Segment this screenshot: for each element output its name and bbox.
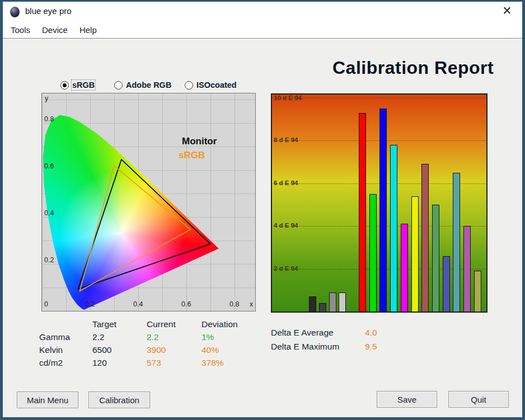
delta-e-bars bbox=[272, 95, 486, 312]
menu-item-device[interactable]: Device bbox=[42, 25, 68, 35]
de-tick-2: 2 d E 94 bbox=[274, 265, 298, 272]
y-tick-0.6: 0.6 bbox=[44, 162, 54, 170]
de-tick-8: 8 d E 94 bbox=[274, 136, 298, 143]
delta-e-bar bbox=[463, 226, 471, 312]
delta-e-bar bbox=[411, 196, 419, 312]
radio-adobe-rgb[interactable]: Adobe RGB bbox=[114, 80, 171, 90]
delta-e-bar bbox=[443, 256, 450, 312]
close-icon[interactable]: × bbox=[500, 3, 514, 18]
col-header-deviation: Deviation bbox=[201, 319, 238, 329]
legend-srgb: sRGB bbox=[179, 150, 205, 161]
row-label-kelvin: Kelvin bbox=[39, 345, 63, 355]
delta-e-bar bbox=[453, 173, 460, 312]
y-tick-0.8: 0.8 bbox=[44, 115, 54, 123]
x-axis-letter: x bbox=[250, 300, 253, 308]
main-menu-button[interactable]: Main Menu bbox=[17, 391, 78, 408]
delta-e-bar bbox=[359, 113, 366, 312]
main-panel: Calibration Report sRGB Adobe RGB ISOcoa… bbox=[3, 38, 522, 417]
kelvin-current: 3900 bbox=[147, 345, 166, 355]
radio-circle-icon bbox=[60, 81, 69, 89]
delta-e-bar bbox=[432, 205, 439, 312]
kelvin-deviation: 40% bbox=[201, 345, 219, 355]
delta-e-bar bbox=[474, 271, 481, 312]
gamma-target: 2.2 bbox=[92, 332, 105, 342]
delta-e-average-value: 4.0 bbox=[365, 328, 377, 338]
gamut-triangles bbox=[42, 93, 255, 311]
delta-e-bar bbox=[329, 292, 336, 312]
col-header-current: Current bbox=[147, 319, 176, 329]
y-tick-0.2: 0.2 bbox=[44, 256, 54, 264]
quit-button[interactable]: Quit bbox=[448, 391, 509, 408]
delta-e-bar bbox=[339, 292, 346, 312]
y-axis-letter: y bbox=[45, 95, 48, 102]
menu-item-tools[interactable]: Tools bbox=[11, 25, 30, 35]
cdm2-target: 120 bbox=[92, 358, 107, 368]
col-header-target: Target bbox=[92, 319, 116, 329]
delta-e-bar bbox=[379, 108, 387, 312]
gamma-current: 2.2 bbox=[147, 332, 159, 342]
delta-e-bar bbox=[390, 145, 397, 312]
calibration-button[interactable]: Calibration bbox=[88, 391, 150, 408]
chromaticity-diagram: y 0.8 0.6 0.4 0.2 0 0.2 0.4 0.6 0.8 x Mo… bbox=[41, 93, 256, 312]
radio-isocoated[interactable]: ISOcoated bbox=[185, 80, 237, 90]
window: blue eye pro × Tools Device Help Calibra… bbox=[0, 0, 525, 420]
radio-circle-icon bbox=[114, 81, 123, 89]
x-tick-0.8: 0.8 bbox=[229, 300, 239, 308]
x-tick-0.4: 0.4 bbox=[133, 300, 143, 308]
page-title: Calibration Report bbox=[332, 58, 494, 78]
radio-srgb[interactable]: sRGB bbox=[60, 80, 95, 90]
delta-e-average-label: Delta E Average bbox=[271, 328, 334, 338]
cdm2-deviation: 378% bbox=[201, 358, 224, 368]
menu-item-help[interactable]: Help bbox=[79, 25, 97, 35]
cdm2-current: 573 bbox=[147, 358, 161, 368]
de-tick-10: 10 d E 94 bbox=[274, 95, 302, 101]
de-tick-6: 6 d E 94 bbox=[274, 180, 298, 186]
delta-e-bar bbox=[401, 224, 408, 312]
kelvin-target: 6500 bbox=[92, 345, 111, 355]
delta-e-maximum-label: Delta E Maximum bbox=[271, 342, 339, 352]
row-label-gamma: Gamma bbox=[39, 332, 70, 342]
delta-e-bar bbox=[421, 164, 429, 312]
gamma-deviation: 1% bbox=[201, 332, 214, 342]
delta-e-bar bbox=[319, 303, 326, 312]
window-title: blue eye pro bbox=[25, 6, 72, 16]
de-tick-4: 4 d E 94 bbox=[274, 222, 298, 229]
delta-e-bar bbox=[309, 296, 316, 312]
legend-monitor: Monitor bbox=[182, 136, 217, 147]
delta-e-bar bbox=[369, 194, 377, 312]
radio-circle-icon bbox=[185, 81, 193, 89]
app-icon bbox=[10, 7, 20, 17]
x-tick-0.6: 0.6 bbox=[181, 300, 191, 308]
delta-e-chart: 10 d E 94 8 d E 94 6 d E 94 4 d E 94 2 d… bbox=[271, 93, 487, 313]
title-bar: blue eye pro × bbox=[3, 2, 522, 21]
srgb-gamut-triangle bbox=[80, 166, 191, 291]
menu-bar: Tools Device Help bbox=[3, 21, 522, 38]
x-tick-0: 0 bbox=[44, 300, 48, 308]
x-tick-0.2: 0.2 bbox=[85, 300, 95, 308]
row-label-cdm2: cd/m2 bbox=[39, 358, 63, 368]
y-tick-0.4: 0.4 bbox=[44, 209, 54, 217]
delta-e-maximum-value: 9.5 bbox=[365, 342, 377, 352]
save-button[interactable]: Save bbox=[377, 391, 437, 408]
